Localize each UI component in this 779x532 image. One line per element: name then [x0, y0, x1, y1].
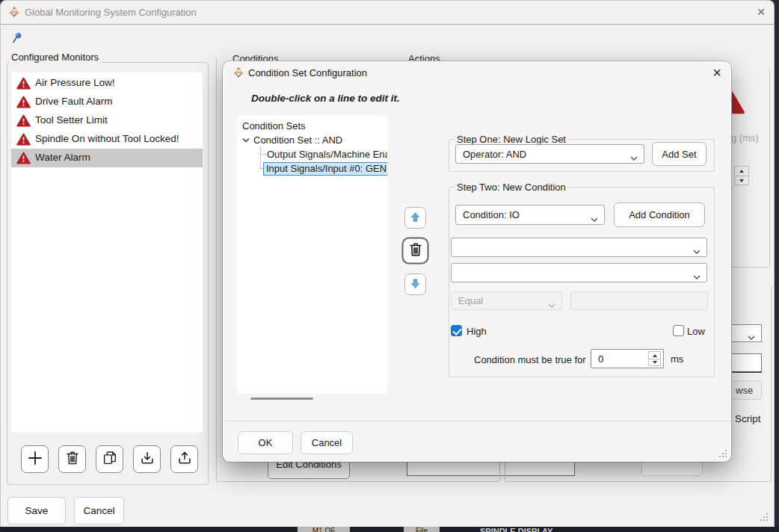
duration-unit-label: ms [671, 353, 683, 365]
window-resize-grip[interactable] [760, 513, 768, 521]
monitor-name: Air Pressure Low! [35, 77, 115, 88]
dialog-hint: Double-click on a line to edit it. [251, 93, 400, 104]
dialog-title: Condition Set Configuration [248, 67, 367, 78]
high-checkbox-label: High [467, 326, 487, 337]
spin-down-icon[interactable] [649, 359, 660, 365]
tree-node-label: Output Signals/Machine Ena [267, 149, 387, 160]
tree-connector [260, 147, 261, 168]
trash-icon [407, 241, 424, 260]
dialog-footer-separator [223, 421, 731, 421]
tree-node-set[interactable]: Condition Set :: AND [242, 133, 342, 147]
high-checkbox[interactable] [451, 325, 462, 336]
monitor-name: Drive Fault Alarm [35, 96, 113, 107]
plus-icon [26, 449, 44, 469]
monitor-row[interactable]: Tool Setter Limit [11, 111, 203, 130]
warning-icon [16, 152, 31, 164]
monitor-row[interactable]: Drive Fault Alarm [11, 93, 203, 111]
duration-spinner[interactable]: 0 [591, 349, 664, 368]
tree-node-output[interactable]: Output Signals/Machine Ena [267, 147, 387, 161]
comparator-value-field [570, 291, 708, 310]
chevron-down-icon[interactable] [242, 137, 250, 143]
condition-type-combobox[interactable]: Condition: IO [455, 205, 605, 225]
tree-node-input-selected[interactable]: Input Signals/Input #0: GEN [263, 161, 387, 176]
tree-hscrollbar[interactable] [250, 398, 313, 400]
monitor-row-selected[interactable]: Water Alarm [11, 149, 203, 167]
conditions-group-border [216, 58, 217, 481]
window-close-button[interactable]: × [751, 4, 771, 20]
ok-button[interactable]: OK [238, 431, 293, 454]
add-condition-button[interactable]: Add Condition [614, 202, 705, 227]
low-checkbox-label: Low [687, 326, 705, 337]
export-monitor-button[interactable] [170, 445, 198, 473]
condition-type-value: Condition: IO [463, 209, 520, 220]
chevron-down-icon [693, 245, 701, 256]
warning-icon [16, 77, 31, 90]
group-border-bottom [732, 267, 770, 267]
move-up-button[interactable] [404, 207, 426, 229]
conditions-group-bottom-border [216, 481, 499, 482]
operator-value: Operator: AND [463, 149, 526, 160]
signal-type-combobox[interactable] [451, 238, 707, 257]
warning-icon [16, 114, 31, 127]
configured-monitors-label: Configured Monitors [8, 52, 102, 63]
dialog-close-button[interactable]: × [707, 64, 727, 83]
monitor-row[interactable]: Air Pressure Low! [11, 74, 203, 93]
group-border-right [769, 69, 770, 267]
monitor-row[interactable]: Spindle On without Tool Locked! [11, 130, 203, 149]
chevron-down-icon [693, 270, 701, 282]
monitor-name: Spindle On without Tool Locked! [35, 133, 179, 144]
app-logo-icon [8, 6, 20, 18]
lag-spinner[interactable] [734, 166, 749, 185]
delete-monitor-button[interactable] [58, 445, 86, 473]
delete-node-button[interactable] [403, 238, 428, 263]
low-checkbox[interactable] [673, 325, 684, 336]
chevron-down-icon [748, 331, 755, 342]
chevron-down-icon [591, 213, 598, 224]
script-label-fragment: Script [735, 413, 761, 424]
comparator-combobox: Equal [451, 291, 562, 310]
move-down-button[interactable] [404, 273, 426, 295]
spin-down-icon[interactable] [735, 176, 748, 185]
warning-icon [16, 96, 31, 108]
operator-combobox[interactable]: Operator: AND [455, 144, 644, 164]
step-two-label: Step Two: New Condition [454, 182, 569, 193]
chevron-down-icon [548, 299, 555, 310]
strip-fragment: SPINDLE DISPLAY [480, 527, 552, 532]
import-monitor-button[interactable] [133, 445, 161, 473]
spin-up-icon[interactable] [649, 352, 660, 359]
signal-select-combobox[interactable] [451, 263, 707, 282]
duplicate-monitor-button[interactable] [96, 445, 123, 473]
tree-node-label: Condition Sets [242, 120, 306, 132]
save-button[interactable]: Save [7, 497, 66, 525]
monitor-name: Water Alarm [35, 152, 90, 163]
tree-node-label: Condition Set :: AND [253, 134, 342, 146]
condition-tree[interactable]: Condition Sets Condition Set :: AND Outp… [238, 116, 387, 394]
warning-icon [16, 133, 31, 146]
lag-ms-label-fragment: g (ms) [731, 132, 759, 143]
comparator-value: Equal [458, 295, 483, 306]
chevron-down-icon [630, 152, 638, 163]
condition-set-dialog: Condition Set Configuration × Double-cli… [223, 61, 731, 462]
pin-icon[interactable] [11, 31, 23, 44]
dialog-logo-icon [233, 66, 244, 78]
upload-icon [176, 450, 193, 468]
actions-group-border-right [771, 286, 772, 481]
background-app-strip: M1 OF File SPINDLE DISPLAY [0, 527, 779, 532]
strip-fragment: M1 OF [298, 527, 350, 532]
dialog-cancel-button[interactable]: Cancel [301, 431, 353, 454]
dialog-resize-grip[interactable] [718, 449, 727, 457]
browse-label-fragment: wse [736, 385, 753, 396]
monitor-name: Tool Setter Limit [35, 114, 108, 126]
tree-connector [260, 154, 266, 155]
add-set-button[interactable]: Add Set [652, 142, 706, 166]
trash-icon [64, 450, 81, 468]
duration-value: 0 [598, 353, 603, 365]
spin-up-icon[interactable] [735, 167, 748, 176]
actions-group-bottom-border [505, 481, 771, 482]
tree-node-root[interactable]: Condition Sets [242, 119, 306, 133]
screen: Global Monitoring System Configuration ×… [0, 0, 779, 532]
monitor-list: Air Pressure Low! Drive Fault Alarm Tool… [11, 72, 203, 433]
add-monitor-button[interactable] [21, 445, 49, 473]
tree-node-label: Input Signals/Input #0: GEN [263, 162, 387, 176]
cancel-button[interactable]: Cancel [74, 497, 124, 525]
